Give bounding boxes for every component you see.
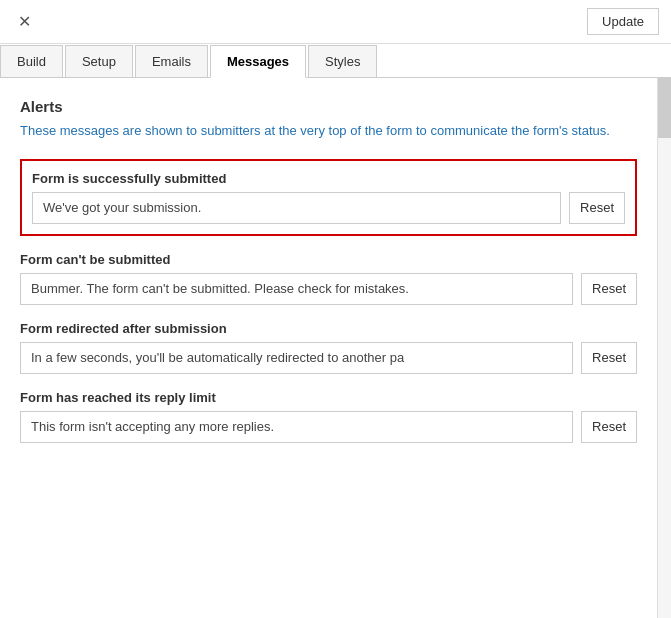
alert-reset-success[interactable]: Reset <box>569 192 625 224</box>
tab-setup[interactable]: Setup <box>65 45 133 78</box>
close-button[interactable]: ✕ <box>12 10 37 33</box>
alert-row-success: Reset <box>32 192 625 224</box>
alerts-description: These messages are shown to submitters a… <box>20 121 637 141</box>
alert-input-cantsubmit[interactable] <box>20 273 573 305</box>
alert-label-replylimit: Form has reached its reply limit <box>20 390 637 405</box>
alert-group-cantsubmit: Form can't be submitted Reset <box>20 252 637 305</box>
update-button[interactable]: Update <box>587 8 659 35</box>
alerts-title: Alerts <box>20 98 637 115</box>
scrollbar-thumb[interactable] <box>658 78 671 138</box>
tab-styles[interactable]: Styles <box>308 45 377 78</box>
title-bar: ✕ Update <box>0 0 671 44</box>
alert-row-replylimit: Reset <box>20 411 637 443</box>
alert-group-redirected: Form redirected after submission Reset <box>20 321 637 374</box>
alert-row-redirected: Reset <box>20 342 637 374</box>
alert-label-redirected: Form redirected after submission <box>20 321 637 336</box>
tab-messages[interactable]: Messages <box>210 45 306 78</box>
tabs-bar: Build Setup Emails Messages Styles <box>0 44 671 78</box>
alert-group-replylimit: Form has reached its reply limit Reset <box>20 390 637 443</box>
content-area: Alerts These messages are shown to submi… <box>0 78 671 618</box>
tab-emails[interactable]: Emails <box>135 45 208 78</box>
main-window: ✕ Update Build Setup Emails Messages Sty… <box>0 0 671 618</box>
alert-input-success[interactable] <box>32 192 561 224</box>
alert-row-cantsubmit: Reset <box>20 273 637 305</box>
alert-input-replylimit[interactable] <box>20 411 573 443</box>
alert-reset-replylimit[interactable]: Reset <box>581 411 637 443</box>
alert-reset-redirected[interactable]: Reset <box>581 342 637 374</box>
alert-reset-cantsubmit[interactable]: Reset <box>581 273 637 305</box>
alert-input-redirected[interactable] <box>20 342 573 374</box>
main-content: Alerts These messages are shown to submi… <box>0 78 657 618</box>
scrollbar[interactable] <box>657 78 671 618</box>
tab-build[interactable]: Build <box>0 45 63 78</box>
alert-label-cantsubmit: Form can't be submitted <box>20 252 637 267</box>
alert-group-success: Form is successfully submitted Reset <box>20 159 637 236</box>
alert-label-success: Form is successfully submitted <box>32 171 625 186</box>
